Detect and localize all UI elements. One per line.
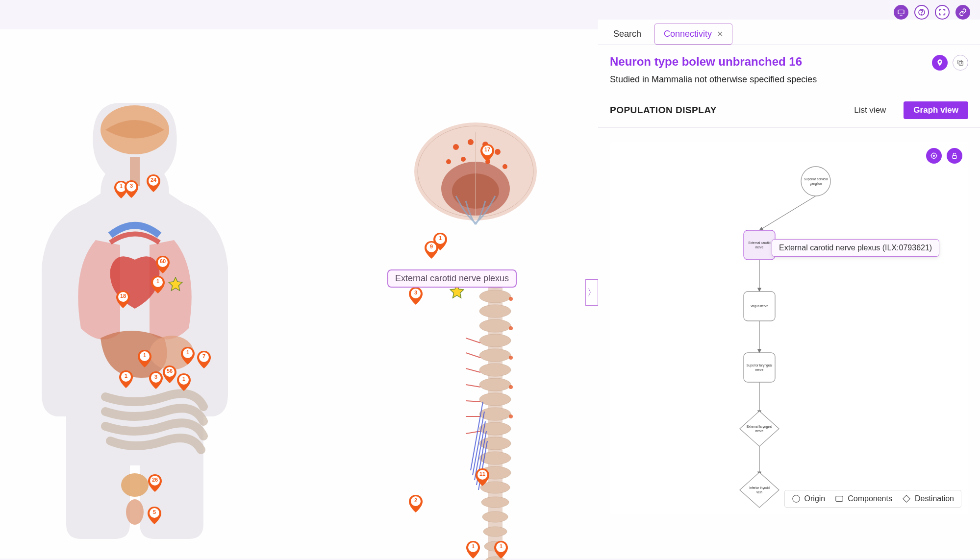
svg-point-39 bbox=[453, 144, 459, 150]
anatomy-marker[interactable]: 3 bbox=[409, 287, 423, 305]
marker-count: 1 bbox=[186, 349, 189, 355]
svg-point-81 bbox=[509, 326, 513, 330]
marker-count: 3 bbox=[130, 183, 133, 189]
panel-subtitle: Studied in Mammalia not otherwise specif… bbox=[598, 74, 980, 94]
anatomy-marker[interactable]: 24 bbox=[147, 174, 160, 192]
highlight-star-icon bbox=[168, 277, 183, 292]
svg-rect-124 bbox=[744, 353, 775, 382]
anatomy-canvas[interactable]: 1 3 24 60 1 18 1 bbox=[0, 29, 598, 559]
panel-title: Neuron type bolew unbranched 16 bbox=[610, 55, 802, 69]
top-icon-bar bbox=[894, 5, 970, 20]
anatomy-marker[interactable]: 3 bbox=[149, 371, 163, 389]
svg-point-84 bbox=[509, 414, 513, 418]
anatomy-marker[interactable]: 11 bbox=[476, 468, 489, 486]
panel-tabs: Search Connectivity ✕ bbox=[598, 20, 980, 45]
svg-point-40 bbox=[468, 139, 474, 145]
graph-area[interactable]: Superior cervicalganglionExternal caroti… bbox=[610, 142, 968, 514]
marker-count: 1 bbox=[156, 278, 159, 284]
svg-point-33 bbox=[121, 473, 149, 497]
svg-point-49 bbox=[479, 290, 511, 303]
graph-node[interactable]: External laryngealnerve bbox=[740, 411, 779, 446]
svg-rect-109 bbox=[958, 60, 962, 64]
marker-count: 2 bbox=[414, 497, 417, 503]
display-icon[interactable] bbox=[894, 5, 908, 20]
svg-line-74 bbox=[466, 431, 480, 434]
svg-rect-108 bbox=[959, 61, 963, 65]
graph-node[interactable]: Superior cervicalganglion bbox=[801, 167, 830, 196]
marker-count: 60 bbox=[160, 258, 166, 264]
svg-point-111 bbox=[933, 155, 935, 157]
svg-point-54 bbox=[479, 364, 511, 376]
anatomy-marker[interactable]: 1 bbox=[494, 541, 508, 559]
anatomy-marker[interactable]: 1 bbox=[177, 373, 191, 391]
svg-rect-0 bbox=[898, 10, 904, 14]
copy-button[interactable] bbox=[953, 55, 968, 71]
svg-point-56 bbox=[479, 393, 511, 406]
callout-label: External carotid nerve plexus bbox=[395, 273, 509, 283]
anatomy-marker[interactable]: 26 bbox=[148, 474, 162, 492]
graph-node[interactable]: External carotidnerve bbox=[744, 230, 775, 260]
graph-node-tooltip: External carotid nerve plexus (ILX:07936… bbox=[772, 239, 939, 257]
marker-count: 24 bbox=[151, 177, 156, 183]
anatomy-marker[interactable]: 3 bbox=[125, 180, 138, 198]
graph-view-button[interactable]: Graph view bbox=[904, 101, 968, 119]
svg-point-50 bbox=[479, 305, 511, 317]
graph-node[interactable]: Vagus nerve bbox=[744, 292, 775, 321]
anatomy-marker[interactable]: 56 bbox=[163, 365, 176, 383]
anatomy-marker[interactable]: 2 bbox=[409, 495, 423, 512]
svg-point-118 bbox=[801, 167, 830, 196]
brain-illustration bbox=[407, 118, 544, 245]
svg-line-72 bbox=[466, 401, 480, 402]
spine-illustration bbox=[466, 274, 525, 560]
svg-line-68 bbox=[466, 338, 480, 343]
anatomy-marker[interactable]: 18 bbox=[116, 291, 130, 308]
close-icon[interactable]: ✕ bbox=[717, 29, 723, 39]
svg-text:Vagus nerve: Vagus nerve bbox=[751, 304, 768, 308]
graph-node[interactable]: Inferior thyroidvein bbox=[740, 472, 779, 508]
list-view-button[interactable]: List view bbox=[844, 101, 896, 119]
panel-collapse-toggle[interactable]: 〉 bbox=[585, 279, 598, 306]
marker-count: 3 bbox=[154, 374, 157, 380]
anatomy-marker[interactable]: 60 bbox=[156, 256, 170, 273]
svg-point-65 bbox=[483, 527, 507, 536]
connectivity-lines bbox=[0, 29, 147, 103]
svg-point-55 bbox=[479, 378, 511, 391]
svg-point-44 bbox=[503, 164, 507, 169]
recenter-button[interactable] bbox=[926, 148, 942, 164]
marker-count: 17 bbox=[484, 146, 490, 152]
anatomy-marker[interactable]: 5 bbox=[148, 507, 161, 524]
locate-button[interactable] bbox=[932, 55, 948, 71]
anatomy-marker[interactable]: 9 bbox=[425, 241, 438, 259]
svg-point-53 bbox=[479, 349, 511, 362]
anatomy-marker[interactable]: 1 bbox=[466, 541, 480, 559]
lock-button[interactable] bbox=[947, 148, 962, 164]
expand-icon[interactable] bbox=[935, 5, 950, 20]
marker-count: 1 bbox=[125, 373, 127, 379]
svg-point-63 bbox=[481, 497, 509, 508]
marker-count: 26 bbox=[152, 477, 158, 483]
graph-legend: Origin Components Destination bbox=[784, 490, 961, 508]
anatomy-marker[interactable]: 17 bbox=[480, 144, 494, 162]
help-icon[interactable] bbox=[914, 5, 929, 20]
anatomy-marker[interactable]: 1 bbox=[151, 276, 165, 293]
svg-point-2 bbox=[921, 14, 922, 14]
marker-count: 56 bbox=[167, 368, 173, 374]
marker-count: 1 bbox=[143, 352, 146, 358]
tab-connectivity[interactable]: Connectivity ✕ bbox=[654, 24, 732, 45]
side-panel: Search Connectivity ✕ Neuron type bolew … bbox=[598, 20, 980, 559]
marker-count: 7 bbox=[202, 353, 205, 359]
svg-point-52 bbox=[479, 334, 511, 347]
graph-svg: Superior cervicalganglionExternal caroti… bbox=[610, 142, 968, 514]
marker-count: 1 bbox=[439, 235, 442, 241]
graph-node[interactable]: Superior laryngealnerve bbox=[744, 353, 775, 382]
anatomy-marker[interactable]: 1 bbox=[138, 350, 151, 367]
legend-components: Components bbox=[835, 494, 892, 503]
link-icon[interactable] bbox=[955, 5, 970, 20]
anatomy-marker[interactable]: 1 bbox=[119, 370, 133, 388]
svg-point-82 bbox=[509, 356, 513, 360]
anatomy-marker[interactable]: 7 bbox=[197, 351, 211, 368]
marker-count: 1 bbox=[182, 376, 185, 382]
tab-search[interactable]: Search bbox=[604, 24, 651, 45]
anatomy-marker[interactable]: 1 bbox=[181, 347, 195, 365]
tooltip-label: External carotid nerve plexus (ILX:07936… bbox=[779, 243, 932, 252]
